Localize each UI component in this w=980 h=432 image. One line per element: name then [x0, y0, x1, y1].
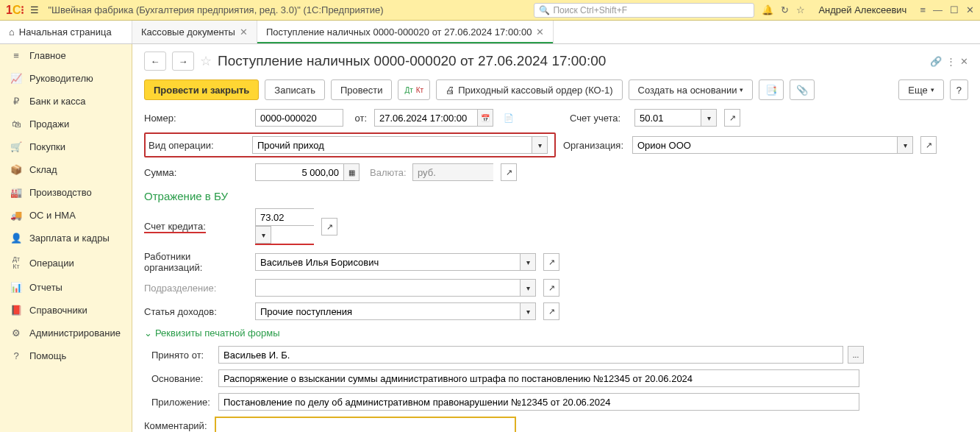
sidebar-item-help[interactable]: ?Помощь — [0, 344, 132, 367]
sidebar-item-warehouse[interactable]: 📦Склад — [0, 158, 132, 181]
search-input[interactable]: 🔍 Поиск Ctrl+Shift+F — [534, 3, 754, 18]
section-bu-title: Отражение в БУ — [144, 190, 968, 202]
more-button[interactable]: Еще ▾ — [898, 79, 943, 100]
open-credit-account-button[interactable]: ↗ — [321, 218, 337, 236]
sidebar-item-manager[interactable]: 📈Руководителю — [0, 67, 132, 90]
factory-icon: 🏭 — [10, 187, 22, 198]
post-button[interactable]: Провести — [331, 79, 393, 100]
print-section-toggle[interactable]: ⌄ Реквизиты печатной формы — [144, 327, 968, 339]
document-title: Поступление наличных 0000-000020 от 27.0… — [218, 53, 606, 69]
label-dept: Подразделение: — [144, 283, 251, 294]
favorite-icon[interactable]: ☆ — [200, 53, 212, 69]
tab-cash-documents[interactable]: Кассовые документы ✕ — [132, 21, 257, 43]
label-from: от: — [348, 113, 367, 124]
related-button[interactable]: 📑 — [759, 79, 784, 100]
chevron-down-icon[interactable]: ▾ — [255, 226, 271, 244]
sidebar-item-bank[interactable]: ₽Банк и касса — [0, 90, 132, 113]
person-icon: 👤 — [10, 233, 22, 244]
home-tab[interactable]: ⌂ Начальная страница — [0, 21, 132, 43]
dept-input[interactable] — [255, 279, 520, 297]
sidebar-item-assets[interactable]: 🚚ОС и НМА — [0, 204, 132, 227]
received-from-input[interactable] — [218, 346, 843, 364]
posted-icon[interactable]: 📄 — [501, 109, 517, 127]
attach-button[interactable]: 📎 — [790, 79, 815, 100]
close-window-icon[interactable]: ✕ — [966, 4, 974, 15]
home-icon: ⌂ — [9, 26, 15, 38]
book-icon: 📕 — [10, 305, 22, 316]
sidebar-item-operations[interactable]: ДтКтОперации — [0, 249, 132, 276]
org-input[interactable] — [632, 136, 897, 154]
employee-input[interactable] — [255, 253, 520, 271]
label-sum: Сумма: — [144, 167, 251, 178]
chevron-down-icon[interactable]: ▾ — [520, 279, 536, 297]
sidebar-item-purchases[interactable]: 🛒Покупки — [0, 135, 132, 158]
close-doc-icon[interactable]: ✕ — [960, 56, 968, 67]
save-button[interactable]: Записать — [265, 79, 325, 100]
bell-icon[interactable]: 🔔 — [762, 4, 773, 15]
label-number: Номер: — [144, 113, 251, 124]
sidebar-item-salary[interactable]: 👤Зарплата и кадры — [0, 227, 132, 249]
question-icon: ? — [10, 350, 22, 361]
income-item-input[interactable] — [255, 302, 520, 320]
dtkt-button[interactable]: ДтКт — [398, 79, 430, 100]
minimize-icon[interactable]: — — [933, 4, 943, 15]
attachment-input[interactable] — [218, 393, 859, 411]
sidebar-item-main[interactable]: ≡Главное — [0, 44, 132, 67]
open-account-button[interactable]: ↗ — [724, 109, 740, 127]
sidebar-item-sales[interactable]: 🛍Продажи — [0, 113, 132, 135]
history-icon[interactable]: ↻ — [781, 4, 789, 15]
sum-input[interactable] — [255, 163, 343, 181]
more-icon[interactable]: ⋮ — [946, 56, 956, 67]
open-income-item-button[interactable]: ↗ — [543, 302, 559, 320]
maximize-icon[interactable]: ☐ — [950, 4, 959, 15]
close-icon[interactable]: ✕ — [240, 26, 248, 38]
label-attachment: Приложение: — [151, 397, 214, 408]
sidebar-item-production[interactable]: 🏭Производство — [0, 181, 132, 204]
gear-icon: ⚙ — [10, 327, 22, 339]
sidebar-item-catalogs[interactable]: 📕Справочники — [0, 299, 132, 322]
calendar-icon[interactable]: 📅 — [477, 109, 493, 127]
open-dept-button[interactable]: ↗ — [543, 279, 559, 297]
menu-icon[interactable]: ☰ — [30, 4, 39, 15]
help-button[interactable]: ? — [950, 79, 968, 100]
basis-input[interactable] — [218, 369, 859, 387]
chevron-down-icon[interactable]: ▾ — [520, 302, 536, 320]
user-name[interactable]: Андрей Алексеевич — [818, 4, 906, 15]
back-button[interactable]: ← — [144, 52, 166, 71]
open-currency-button[interactable]: ↗ — [501, 163, 517, 181]
label-comment: Комментарий: — [144, 420, 210, 431]
link-icon[interactable]: 🔗 — [930, 56, 942, 67]
post-and-close-button[interactable]: Провести и закрыть — [144, 79, 259, 100]
forward-button[interactable]: → — [172, 52, 194, 71]
print-cash-order-button[interactable]: 🖨Приходный кассовый ордер (КО-1) — [436, 79, 622, 100]
chevron-down-icon[interactable]: ▾ — [532, 136, 548, 154]
calculator-icon[interactable]: ▦ — [343, 163, 360, 181]
bars-icon: 📊 — [10, 282, 22, 293]
chart-icon: 📈 — [10, 73, 22, 84]
label-received-from: Принято от: — [151, 350, 214, 361]
comment-input[interactable] — [215, 417, 516, 432]
tab-cash-receipt[interactable]: Поступление наличных 0000-000020 от 27.0… — [257, 21, 554, 43]
close-icon[interactable]: ✕ — [536, 26, 544, 38]
chevron-down-icon: ▾ — [740, 86, 743, 93]
chevron-down-icon[interactable]: ▾ — [520, 253, 536, 271]
credit-account-input[interactable] — [255, 208, 314, 226]
create-based-on-button[interactable]: Создать на основании ▾ — [629, 79, 754, 100]
star-icon[interactable]: ☆ — [796, 4, 805, 15]
open-employee-button[interactable]: ↗ — [543, 253, 559, 271]
account-input[interactable] — [634, 109, 701, 127]
ruble-icon: ₽ — [10, 96, 22, 107]
sidebar-item-reports[interactable]: 📊Отчеты — [0, 276, 132, 299]
label-op-type: Вид операции: — [149, 140, 252, 151]
date-input[interactable] — [374, 109, 477, 127]
number-input[interactable] — [255, 109, 343, 127]
settings-icon[interactable]: ≡ — [920, 4, 926, 15]
chevron-down-icon: ▾ — [931, 86, 934, 93]
open-org-button[interactable]: ↗ — [920, 136, 937, 154]
operation-type-input[interactable] — [252, 136, 532, 154]
sidebar-item-admin[interactable]: ⚙Администрирование — [0, 322, 132, 344]
chevron-down-icon[interactable]: ▾ — [897, 136, 913, 154]
chevron-down-icon[interactable]: ▾ — [701, 109, 717, 127]
box-icon: 📦 — [10, 164, 22, 175]
ellipsis-button[interactable]: ... — [848, 346, 864, 364]
